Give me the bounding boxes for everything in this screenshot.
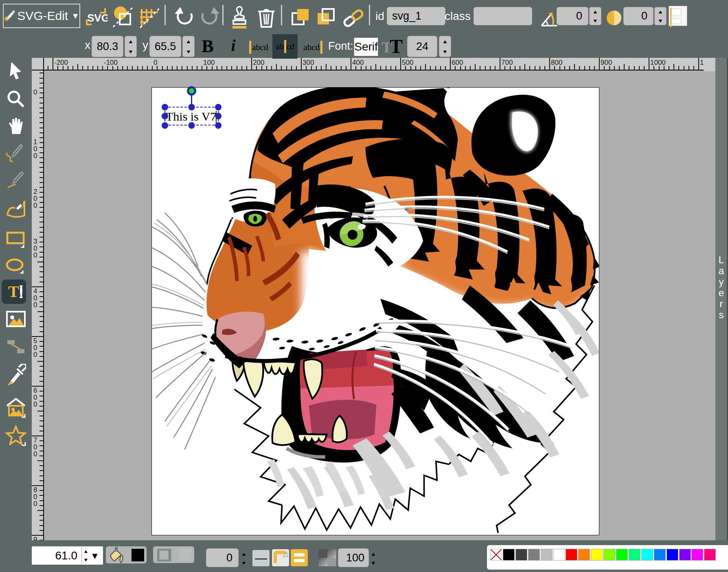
svg-text:T: T xyxy=(8,282,19,301)
svg-text:SVG: SVG xyxy=(87,12,107,24)
